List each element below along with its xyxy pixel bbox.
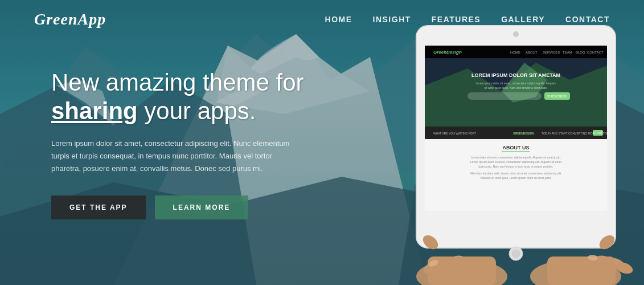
svg-text:ABOUT: ABOUT [526,51,538,54]
svg-rect-58 [547,256,616,285]
svg-point-11 [513,31,519,37]
svg-text:GREENDESIGN: GREENDESIGN [513,132,534,135]
svg-text:START: START [593,131,602,135]
svg-text:sit amet justo justo. Nam and : sit amet justo justo. Nam and tempor a l… [485,86,548,89]
tablet-mockup: GreenDesign HOME ABOUT SERVICES TEAM BLO… [359,17,644,285]
svg-text:SERVICES: SERVICES [543,51,560,54]
hero-title-rest: your apps. [138,97,256,124]
svg-text:Aliquam sit amet justo. Lorem : Aliquam sit amet justo. Lorem ipsum dolo… [480,176,551,180]
tablet-wrapper: GreenDesign HOME ABOUT SERVICES TEAM BLO… [359,17,644,285]
svg-text:HOME: HOME [510,51,520,54]
svg-text:WHAT ARE YOU WAITING FOR?: WHAT ARE YOU WAITING FOR? [433,132,476,135]
svg-text:justo justo. Nam and tempor a : justo justo. Nam and tempor a lacet just… [478,165,553,168]
svg-text:Lorem dolor sit amet, consecte: Lorem dolor sit amet, consectetur adipis… [471,156,561,159]
svg-text:Allendam tincidunt velit. Lore: Allendam tincidunt velit. Lorem dolor si… [470,172,562,175]
get-app-button[interactable]: GET THE APP [51,196,146,219]
svg-text:SUBSCRIBE: SUBSCRIBE [547,95,567,98]
svg-point-13 [512,250,520,258]
nav-item-home[interactable]: HOME [325,14,352,25]
learn-more-button[interactable]: LEARN MORE [155,196,249,219]
hero-section: GreenApp HOME INSIGHT FEATURES GALLERY C… [0,0,644,285]
svg-text:TEAM: TEAM [563,51,572,54]
site-logo[interactable]: GreenApp [34,10,106,28]
hero-title: New amazing theme for sharing your apps. [51,68,304,126]
svg-rect-57 [428,256,496,285]
svg-text:ABOUT US: ABOUT US [503,145,530,150]
hero-description: Lorem ipsum dolor sit amet, consectetur … [51,137,290,175]
hero-title-line1: New amazing theme for [51,69,304,96]
svg-text:LOREM IPSUM DOLOR SIT AMETAM: LOREM IPSUM DOLOR SIT AMETAM [471,72,560,78]
hero-content: New amazing theme for sharing your apps.… [51,68,304,219]
tablet-device-svg: GreenDesign HOME ABOUT SERVICES TEAM BLO… [399,17,644,285]
hero-buttons: GET THE APP LEARN MORE [51,196,304,219]
svg-text:Lorem ipsum dolor sit amet, co: Lorem ipsum dolor sit amet, consectetur … [470,160,561,164]
svg-text:GreenDesign: GreenDesign [433,50,462,55]
svg-text:CONTACT: CONTACT [587,51,604,54]
svg-rect-28 [467,92,542,100]
hero-title-highlight: sharing [51,97,138,124]
svg-text:BLOG: BLOG [576,51,585,54]
svg-text:Lorem ipsum dolor sit amet, co: Lorem ipsum dolor sit amet, consectetur … [476,82,556,85]
nav-link-home[interactable]: HOME [325,15,352,24]
